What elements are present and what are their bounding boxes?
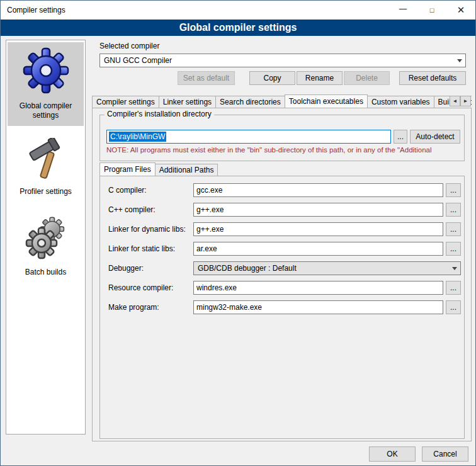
c-compiler-input[interactable] <box>193 183 443 197</box>
installation-directory-value: C:\raylib\MinGW <box>109 132 166 142</box>
arrow-left-icon: ◄ <box>453 98 458 104</box>
sidebar-item-global-compiler-settings[interactable]: Global compiler settings <box>8 42 84 126</box>
linker-static-input[interactable] <box>193 242 443 256</box>
subtab-additional-paths[interactable]: Additional Paths <box>155 164 218 176</box>
maximize-icon: □ <box>430 6 434 14</box>
cpp-compiler-browse-button[interactable]: ... <box>446 203 461 217</box>
make-program-label: Make program: <box>108 300 159 314</box>
cpp-compiler-input[interactable] <box>193 203 443 217</box>
maximize-button[interactable]: □ <box>417 1 446 20</box>
installation-directory-input[interactable]: C:\raylib\MinGW <box>106 130 391 144</box>
make-program-browse-button[interactable]: ... <box>446 300 461 314</box>
set-as-default-button: Set as default <box>178 71 235 85</box>
c-compiler-browse-button[interactable]: ... <box>446 183 461 197</box>
debugger-label: Debugger: <box>108 261 144 275</box>
auto-detect-button[interactable]: Auto-detect <box>410 130 460 144</box>
chevron-down-icon <box>449 262 460 275</box>
subtab-strip: Program Files Additional Paths <box>99 162 218 176</box>
sidebar-item-batch-builds[interactable]: Batch builds <box>8 210 84 282</box>
tab-compiler-settings[interactable]: Compiler settings <box>92 96 159 108</box>
window-title: Compiler settings <box>7 6 65 14</box>
sidebar-item-profiler-settings[interactable]: Profiler settings <box>8 134 84 202</box>
debugger-value: GDB/CDB debugger : Default <box>198 264 297 273</box>
linker-static-label: Linker for static libs: <box>108 242 175 256</box>
resource-compiler-input[interactable] <box>193 281 443 295</box>
cancel-button[interactable]: Cancel <box>422 446 468 462</box>
selected-compiler-value: GNU GCC Compiler <box>104 56 172 65</box>
page-title: Global compiler settings <box>1 20 475 36</box>
tab-scroll-right-button[interactable]: ► <box>460 96 471 106</box>
tab-scroll-left-button[interactable]: ◄ <box>450 96 460 106</box>
hammer-icon <box>26 138 66 184</box>
tab-search-directories[interactable]: Search directories <box>215 96 285 108</box>
installation-directory-group-title: Compiler's installation directory <box>105 110 214 118</box>
tab-strip: Compiler settings Linker settings Search… <box>92 94 472 108</box>
installation-directory-browse-button[interactable]: ... <box>394 130 407 144</box>
linker-dynamic-browse-button[interactable]: ... <box>446 222 461 236</box>
linker-static-browse-button[interactable]: ... <box>446 242 461 256</box>
debugger-select[interactable]: GDB/CDB debugger : Default <box>193 261 461 275</box>
arrow-right-icon: ► <box>463 98 468 104</box>
delete-button: Delete <box>344 71 390 85</box>
rename-button[interactable]: Rename <box>297 71 343 85</box>
tab-custom-variables[interactable]: Custom variables <box>367 96 434 108</box>
bin-subdirectory-note: NOTE: All programs must exist either in … <box>106 146 462 154</box>
minimize-button[interactable]: — <box>388 1 417 20</box>
close-button[interactable]: ✕ <box>446 1 475 20</box>
batch-gears-icon <box>23 214 69 264</box>
selected-compiler-select[interactable]: GNU GCC Compiler <box>99 54 466 67</box>
subtab-program-files[interactable]: Program Files <box>99 162 156 176</box>
sidebar-item-label: Profiler settings <box>20 187 72 197</box>
tab-toolchain-executables[interactable]: Toolchain executables <box>285 94 368 108</box>
close-icon: ✕ <box>457 4 465 16</box>
minimize-icon: — <box>399 4 407 13</box>
compiler-settings-window: Compiler settings — □ ✕ Global compiler … <box>0 0 476 466</box>
selected-compiler-label: Selected compiler <box>99 42 159 50</box>
make-program-input[interactable] <box>193 300 443 314</box>
c-compiler-label: C compiler: <box>108 183 147 197</box>
titlebar: Compiler settings — □ ✕ <box>1 1 475 20</box>
chevron-down-icon <box>454 54 465 67</box>
sidebar-item-label: Batch builds <box>25 268 66 278</box>
blue-gear-icon <box>22 47 70 98</box>
sidebar: Global compiler settings Profiler settin… <box>6 40 86 435</box>
sidebar-item-label: Global compiler settings <box>9 101 82 121</box>
window-controls: — □ ✕ <box>388 1 475 20</box>
program-files-panel: C compiler: ... C++ compiler: ... Linker… <box>99 176 465 439</box>
linker-dynamic-label: Linker for dynamic libs: <box>108 222 186 236</box>
resource-compiler-browse-button[interactable]: ... <box>446 281 461 295</box>
reset-defaults-button[interactable]: Reset defaults <box>399 71 466 85</box>
copy-button[interactable]: Copy <box>249 71 295 85</box>
cpp-compiler-label: C++ compiler: <box>108 203 156 217</box>
ok-button[interactable]: OK <box>369 446 416 462</box>
tab-linker-settings[interactable]: Linker settings <box>159 96 216 108</box>
resource-compiler-label: Resource compiler: <box>108 281 173 295</box>
linker-dynamic-input[interactable] <box>193 222 443 236</box>
